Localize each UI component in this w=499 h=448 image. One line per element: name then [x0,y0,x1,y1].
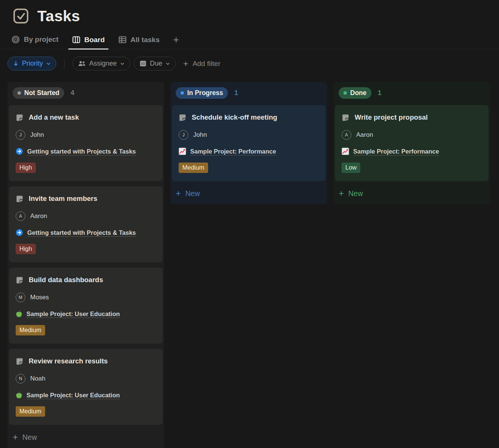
column-count: 4 [70,89,74,97]
avatar: M [16,293,25,302]
task-card[interactable]: Add a new task J John Getting started wi… [9,105,163,181]
plus-icon: + [176,189,181,198]
plus-icon: + [339,189,344,198]
column-header: Not Started 4 [13,87,163,99]
assignee-name: Aaron [30,212,47,220]
add-filter-button[interactable]: + Add filter [183,59,220,68]
project-link[interactable]: Getting started with Projects & Tasks [27,148,136,155]
page-header: Tasks [0,0,499,26]
column-header: In Progress 1 [176,87,326,99]
page-icon [179,114,186,122]
page-icon [16,357,23,365]
avatar: A [16,211,25,221]
task-card[interactable]: Schedule kick-off meeting J John Sample … [172,105,326,181]
priority-badge: Medium [179,163,208,173]
tab-label: All tasks [131,36,160,44]
task-card[interactable]: Invite team members A Aaron Getting star… [9,186,163,262]
task-title[interactable]: Add a new task [29,113,79,122]
project-link[interactable]: Getting started with Projects & Tasks [27,229,136,236]
sort-label: Priority [22,60,43,67]
new-task-button[interactable]: + New [335,186,489,201]
view-tabs: By project Board All tasks + [0,32,499,49]
task-title[interactable]: Schedule kick-off meeting [192,113,277,122]
chevron-down-icon [120,61,125,66]
status-pill-not-started[interactable]: Not Started [13,87,64,99]
add-filter-label: Add filter [192,60,220,68]
task-card[interactable]: Build data dashboards M Moses Sample Pro… [9,268,163,344]
status-label: In Progress [187,89,223,97]
status-pill-in-progress[interactable]: In Progress [176,87,228,99]
column-count: 1 [234,89,238,97]
green-apple-icon [16,310,22,318]
new-task-button[interactable]: + New [172,186,326,201]
project-link[interactable]: Sample Project: User Education [26,310,120,318]
page-title[interactable]: Tasks [37,7,80,25]
assignee-filter-label: Assignee [89,60,117,67]
column-done: Done 1 Write project proposal A Aaron [333,82,490,204]
task-title[interactable]: Review research results [29,357,108,365]
page-icon [16,114,23,122]
project-link[interactable]: Sample Project: User Education [26,392,120,399]
assignee-name: Moses [30,294,49,301]
assignee-filter-button[interactable]: Assignee [72,57,130,70]
tab-board[interactable]: Board [72,35,105,49]
filter-bar: Priority Assignee [7,57,499,70]
task-card[interactable]: Write project proposal A Aaron Sample Pr… [335,105,489,181]
page-icon [16,195,23,203]
tab-by-project[interactable]: By project [11,35,59,49]
new-label: New [348,189,363,198]
priority-badge: High [16,244,36,254]
people-icon [78,60,86,67]
calendar-icon [139,60,147,67]
due-filter-button[interactable]: Due [134,57,176,70]
status-dot [18,91,21,95]
task-title[interactable]: Invite team members [29,195,97,203]
task-title[interactable]: Write project proposal [355,113,428,122]
due-filter-label: Due [150,60,162,67]
avatar: A [342,130,351,140]
kanban-board: Not Started 4 Add a new task J John [7,82,499,448]
plus-icon: + [183,59,188,68]
avatar: N [16,374,25,384]
new-label: New [22,433,37,442]
task-card[interactable]: Review research results N Noah Sample Pr… [9,349,163,425]
status-label: Done [350,89,367,97]
chevron-down-icon [166,61,170,66]
tab-label: Board [84,36,105,44]
column-in-progress: In Progress 1 Schedule kick-off meeting … [170,82,327,204]
project-link[interactable]: Sample Project: Performance [353,148,439,155]
status-pill-done[interactable]: Done [339,87,371,99]
page-icon [16,276,23,284]
priority-badge: Medium [16,325,45,335]
project-link[interactable]: Sample Project: Performance [190,148,276,155]
status-label: Not Started [24,89,59,97]
chart-increasing-icon [179,148,186,155]
add-view-button[interactable]: + [173,35,179,49]
sort-priority-button[interactable]: Priority [7,57,56,70]
new-task-button[interactable]: + New [9,430,163,445]
chevron-down-icon [46,61,51,66]
blue-arrow-circle-icon [16,148,23,155]
assignee-name: John [193,131,207,139]
checkbox-page-icon[interactable] [13,8,29,24]
status-dot [343,91,347,95]
green-apple-icon [16,391,22,399]
priority-badge: Medium [16,406,45,417]
tab-all-tasks[interactable]: All tasks [118,35,160,49]
priority-badge: High [16,163,36,173]
avatar: J [179,130,188,140]
status-dot [181,91,184,95]
priority-badge: Low [342,163,360,173]
column-not-started: Not Started 4 Add a new task J John [7,82,164,448]
column-header: Done 1 [339,87,489,99]
assignee-name: Aaron [356,131,373,139]
task-title[interactable]: Build data dashboards [29,276,103,284]
filter-divider [64,59,65,69]
board-icon [72,35,81,44]
table-icon [118,35,127,44]
page-icon [342,114,349,122]
chart-increasing-icon [342,148,349,155]
tab-label: By project [24,35,59,44]
avatar: J [16,130,25,140]
assignee-name: Noah [30,375,45,382]
